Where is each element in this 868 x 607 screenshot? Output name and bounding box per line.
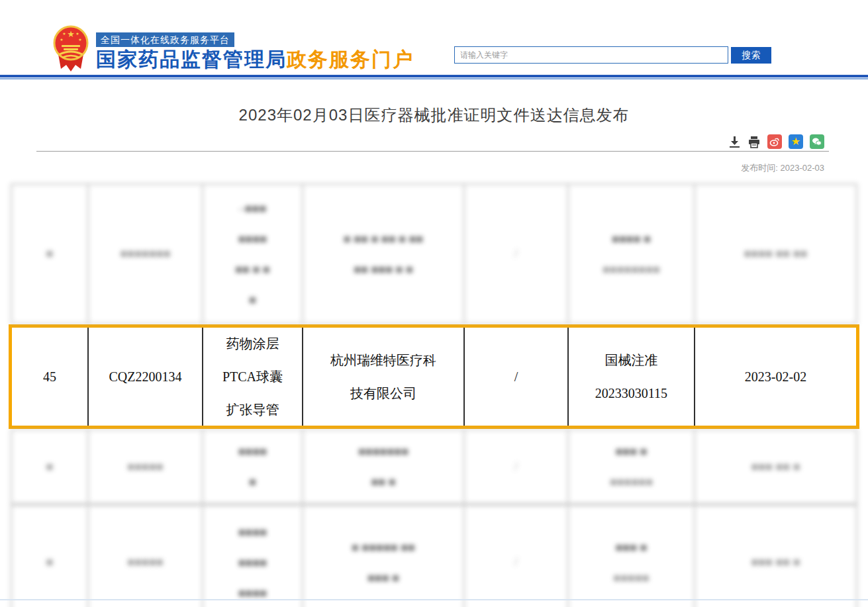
product-line: PTCA球囊 (222, 360, 283, 393)
table-row: ■ ■■■■■ ■■■■ ■■■■ ■■■■ ■ ■■■■■ ■■ ■■■ ■ … (11, 504, 857, 607)
cell-acceptance-no: ■■■■■ (89, 430, 203, 503)
page: ★ ★ ★ ★ ★ 全国一体化在线政务服务平台 国家药品监督管理局政务服务门户 … (0, 0, 868, 607)
company-line: 杭州瑞维特医疗科 (330, 344, 436, 377)
cell-product-name: ■■■■ ■■■■ ■■■■ (203, 506, 303, 607)
cell-registration-no: ■■■■ ■ ■■■■■■■■ (569, 185, 695, 323)
registration-line: ■■■■■ (613, 563, 649, 593)
product-line: –■■■ (239, 193, 267, 224)
wechat-icon[interactable] (810, 134, 824, 149)
cell-company: ■ ■■ ■ ■■ ■ ■■ ■■ ■■■ ■ ■ (303, 185, 465, 323)
cell-registration-no: ■■■ ■ ■■■■■ (569, 506, 695, 607)
share-toolbar: ★ (728, 134, 824, 149)
publish-date: 2023-02-03 (781, 163, 825, 173)
site-name: 国家药品监督管理局 (96, 48, 287, 70)
cell-date: ■■■■ ■■ ■■ (695, 185, 856, 323)
registration-line: ■■■■■■ (610, 467, 653, 497)
cell-acceptance-no: ■■■■■ (89, 506, 203, 607)
qzone-icon[interactable]: ★ (789, 134, 803, 149)
product-line: 药物涂层 (226, 328, 279, 360)
svg-text:★: ★ (67, 29, 75, 39)
cell-registration-no: ■■■ ■ ■■■■■■ (569, 430, 695, 503)
table-row: ■ ■■■■■ ■■■■ ■ ■■■■■■■ ■■ ■ / ■■■ ■ ■■■■… (11, 429, 857, 504)
publish-time: 发布时间: 2023-02-03 (741, 162, 824, 174)
product-line: ■■ ■ ■ (235, 254, 270, 285)
cell-company: ■ ■■■■■ ■■ ■■■ ■ (303, 506, 465, 607)
header-divider (0, 75, 868, 79)
table-row: ■ ■■■■■■■ –■■■ ■■■■ ■■ ■ ■ ■ ■ ■■ ■ ■■ ■… (11, 183, 857, 324)
page-title: 2023年02月03日医疗器械批准证明文件送达信息发布 (0, 105, 868, 126)
product-line: ■■■■ (238, 436, 267, 467)
company-line: 技有限公司 (350, 377, 416, 410)
download-icon[interactable] (728, 136, 741, 148)
product-line: ■ (249, 285, 256, 315)
national-emblem-logo: ★ ★ ★ ★ ★ (53, 25, 89, 73)
publish-label: 发布时间: (741, 163, 780, 173)
product-line: 扩张导管 (226, 393, 279, 426)
svg-text:★: ★ (60, 38, 63, 42)
cell-remark: / (465, 430, 569, 503)
cell-acceptance-no: CQZ2200134 (89, 328, 203, 426)
registration-line: 20233030115 (595, 377, 667, 410)
product-line: ■■■■ (238, 578, 267, 607)
cell-date: 2023-02-02 (695, 328, 856, 426)
platform-badge: 全国一体化在线政务服务平台 (96, 32, 234, 47)
cell-company: ■■■■■■■ ■■ ■ (303, 430, 465, 503)
registration-line: ■■■ ■ (616, 436, 648, 467)
bottom-divider (0, 599, 868, 600)
cell-product-name: 药物涂层 PTCA球囊 扩张导管 (203, 328, 303, 426)
cell-acceptance-no: ■■■■■■■ (89, 185, 203, 323)
cell-remark: / (465, 328, 569, 426)
svg-text:★: ★ (78, 38, 81, 42)
cell-company: 杭州瑞维特医疗科 技有限公司 (303, 328, 465, 426)
site-title: 国家药品监督管理局政务服务门户 (96, 46, 414, 73)
cell-remark: / (465, 506, 569, 607)
company-line: ■■■■■■■ (358, 436, 409, 467)
site-header: ★ ★ ★ ★ ★ 全国一体化在线政务服务平台 国家药品监督管理局政务服务门户 … (0, 7, 868, 75)
weibo-icon[interactable] (767, 134, 782, 149)
qzone-star-glyph: ★ (791, 136, 800, 147)
registration-line: ■■■■ ■ (612, 224, 651, 254)
company-line: ■ ■■ ■ ■■ ■ ■■ (344, 224, 423, 254)
registration-line: ■■■ ■ (616, 532, 648, 563)
cell-product-name: ■■■■ ■ (203, 430, 303, 503)
product-line: ■■■■ (238, 517, 267, 547)
registration-line: ■■■■■■■■ (603, 254, 660, 285)
cell-remark: / (465, 185, 569, 323)
cell-serial: ■ (12, 430, 89, 503)
delivery-info-table: ■ ■■■■■■■ –■■■ ■■■■ ■■ ■ ■ ■ ■ ■■ ■ ■■ ■… (12, 183, 856, 607)
product-line: ■■■■ (238, 547, 267, 578)
site-suffix: 政务服务门户 (287, 48, 414, 70)
cell-serial: 45 (12, 328, 89, 426)
product-line: ■ (249, 467, 256, 497)
search-area (454, 46, 728, 64)
cell-registration-no: 国械注准 20233030115 (569, 328, 695, 426)
company-line: ■■■ ■ (367, 563, 399, 593)
cell-date: ■■■ ■■ ■ (695, 506, 856, 607)
cell-date: ■■■ ■■ ■ (695, 430, 856, 503)
cell-serial: ■ (12, 506, 89, 607)
search-button[interactable]: 搜索 (731, 47, 771, 64)
product-line: ■■■■ (238, 224, 267, 254)
cell-product-name: –■■■ ■■■■ ■■ ■ ■ ■ (203, 185, 303, 323)
company-line: ■■ ■ (371, 467, 395, 497)
svg-text:★: ★ (75, 32, 79, 36)
registration-line: 国械注准 (605, 344, 658, 377)
toolbar-divider (36, 151, 829, 152)
company-line: ■■ ■■■ ■ ■ (354, 254, 413, 285)
company-line: ■ ■■■■■ ■■ (352, 532, 415, 563)
svg-text:★: ★ (62, 32, 66, 36)
cell-serial: ■ (12, 185, 89, 323)
search-input[interactable] (454, 46, 728, 64)
table-row-highlighted: 45 CQZ2200134 药物涂层 PTCA球囊 扩张导管 杭州瑞维特医疗科 … (9, 324, 859, 429)
print-icon[interactable] (747, 136, 761, 148)
